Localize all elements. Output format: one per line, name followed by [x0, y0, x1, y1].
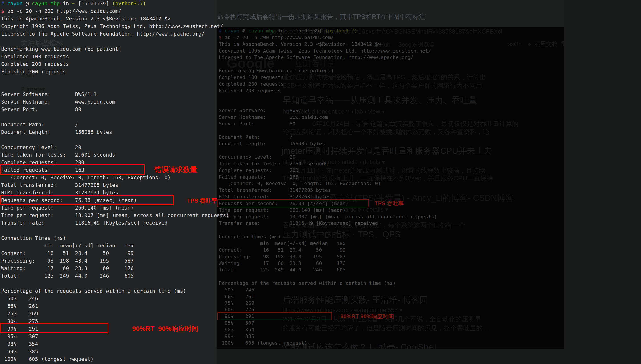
- terminal-line: Percentage of the requests served within…: [219, 280, 437, 286]
- terminal-line: Server Software: BWS/1.1: [219, 107, 437, 114]
- terminal-line: Document Path: /: [1, 121, 229, 128]
- terminal-line: [219, 61, 437, 68]
- terminal-line: Total: 125 249 44.0 246 605: [219, 266, 437, 273]
- terminal-line: 100% 605 (longest request): [1, 355, 229, 363]
- terminal-line: Time per request: 13.007 [ms] (mean, acr…: [219, 214, 437, 220]
- terminal-line: Completed 200 requests: [219, 81, 437, 88]
- terminal-line: # cayun @ cayun-mbp in ~ [15:01:39] (pyt…: [219, 28, 437, 34]
- terminal-line: This is ApacheBench, Version 2.3 <$Revis…: [219, 41, 437, 48]
- terminal-line: $ ab -c 20 -n 200 http://www.baidu.com/: [1, 7, 229, 15]
- terminal-line: 75% 269: [1, 310, 229, 318]
- terminal-line: Total transferred: 31477205 bytes: [1, 181, 229, 189]
- terminal-line: Processing: 98 198 43.4 195 587: [219, 254, 437, 260]
- terminal-line: Benchmarking www.baidu.com (be patient): [1, 45, 229, 53]
- terminal-line: Total: 125 249 44.0 246 605: [1, 272, 229, 280]
- terminal-line: Licensed to The Apache Software Foundati…: [219, 54, 437, 61]
- terminal-line: Time taken for tests: 2.601 seconds: [219, 160, 437, 167]
- terminal-line: Concurrency Level: 20: [1, 144, 229, 151]
- terminal-line: Server Port: 80: [1, 106, 229, 113]
- terminal-line: 99% 385: [1, 348, 229, 355]
- terminal-line: [219, 127, 437, 134]
- terminal-line: Document Length: 156085 bytes: [1, 128, 229, 136]
- terminal-line: [1, 280, 229, 287]
- terminal-line: [1, 136, 229, 144]
- annotation-box: [0, 323, 108, 333]
- terminal-line: Waiting: 17 60 23.3 60 176: [1, 264, 229, 272]
- terminal-line: [219, 273, 437, 280]
- terminal-line: min mean[+/-sd] median max: [219, 240, 437, 247]
- terminal-line: Percentage of the requests served within…: [1, 287, 229, 295]
- desktop-screenshot: 命令执行完成后会得出一份压测结果报告，其中TPS和RT在下图中有标注 googl…: [0, 0, 641, 364]
- terminal-line: Connect: 16 51 20.4 50 99: [1, 250, 229, 257]
- terminal-line: [1, 227, 229, 234]
- terminal-line: This is ApacheBench, Version 2.3 <$Revis…: [1, 15, 229, 22]
- annotation-box: [0, 164, 145, 175]
- terminal-line: Copyright 1996 Adam Twiss, Zeus Technolo…: [219, 48, 437, 54]
- terminal-line: Benchmarking www.baidu.com (be patient): [219, 68, 437, 74]
- ghost-text: 简: [561, 40, 564, 48]
- terminal-line: Completed 200 requests: [1, 60, 229, 68]
- annotation-box: [217, 199, 369, 207]
- terminal-line: Time per request: 13.007 [ms] (mean, acr…: [1, 212, 229, 219]
- terminal-line: [1, 76, 229, 83]
- annotation-label: 错误请求数量: [154, 166, 197, 174]
- ghost-text: ● 石墨文档: [528, 41, 558, 48]
- terminal-line: Failed requests: 163: [219, 174, 437, 180]
- document-caption: 命令执行完成后会得出一份压测结果报告，其中TPS和RT在下图中有标注: [217, 12, 426, 21]
- annotation-box: [0, 195, 174, 205]
- terminal-line: 95% 307: [1, 333, 229, 340]
- terminal-line: $ ab -c 20 -n 200 http://www.baidu.com/: [219, 34, 437, 41]
- annotation-label: 90%RT 90%响应时间: [340, 314, 394, 320]
- annotation-label: 90%RT 90%响应时间: [132, 325, 198, 332]
- terminal-line: Connection Times (ms): [1, 234, 229, 242]
- terminal-line: Copyright 1996 Adam Twiss, Zeus Technolo…: [1, 22, 229, 30]
- embedded-screenshot-panel: google.com/search?newwindow=1&sxsrf=ACYB…: [216, 27, 564, 349]
- terminal-line: 98% 354: [219, 326, 437, 333]
- terminal-line: (Connect: 0, Receive: 0, Length: 163, Ex…: [1, 174, 229, 181]
- terminal-line: Completed 100 requests: [219, 74, 437, 81]
- terminal-line: Time taken for tests: 2.601 seconds: [1, 151, 229, 159]
- annotation-box: [218, 312, 332, 320]
- terminal-line: 50% 246: [219, 286, 437, 293]
- terminal-line: Document Length: 156085 bytes: [219, 140, 437, 147]
- terminal-line: Finished 200 requests: [1, 68, 229, 76]
- terminal-line: 100% 605 (longest request): [219, 340, 437, 346]
- terminal-line: Licensed to The Apache Software Foundati…: [1, 30, 229, 38]
- terminal-line: Server Port: 80: [219, 120, 437, 127]
- terminal-line: Concurrency Level: 20: [219, 154, 437, 160]
- annotation-label: TPS 吞吐率: [374, 200, 404, 207]
- terminal-line: 50% 246: [1, 295, 229, 302]
- terminal-line: min mean[+/-sd] median max: [1, 242, 229, 250]
- terminal-line: Completed 100 requests: [1, 53, 229, 60]
- terminal-line: Connection Times (ms): [219, 234, 437, 240]
- terminal-line: Server Software: BWS/1.1: [1, 90, 229, 98]
- terminal-line: 95% 307: [219, 320, 437, 326]
- terminal-line: Waiting: 17 60 23.3 60 176: [219, 260, 437, 267]
- terminal-line: Complete requests: 200: [219, 167, 437, 174]
- embedded-terminal-output: # cayun @ cayun-mbp in ~ [15:01:39] (pyt…: [219, 28, 437, 346]
- terminal-line: Total transferred: 31477205 bytes: [219, 187, 437, 194]
- terminal-line: Transfer rate: 11816.49 [Kbytes/sec] rec…: [1, 219, 229, 227]
- terminal-line: Server Hostname: www.baidu.com: [1, 98, 229, 106]
- terminal-line: 66% 261: [1, 302, 229, 310]
- terminal-line: Transfer rate: 11816.49 [Kbytes/sec] rec…: [219, 220, 437, 227]
- terminal-line: Time per request: 260.140 [ms] (mean): [219, 207, 437, 214]
- terminal-line: [1, 38, 229, 45]
- terminal-line: [1, 83, 229, 90]
- terminal-line: [219, 100, 437, 107]
- terminal-line: 99% 385: [219, 333, 437, 340]
- terminal-line: [219, 147, 437, 154]
- terminal-line: Connect: 16 51 20.4 50 99: [219, 247, 437, 254]
- terminal-line: (Connect: 0, Receive: 0, Length: 163, Ex…: [219, 180, 437, 187]
- annotation-label: TPS 吞吐率: [187, 198, 217, 204]
- terminal-line: # cayun @ cayun-mbp in ~ [15:01:39] (pyt…: [1, 0, 229, 7]
- terminal-line: 75% 269: [219, 300, 437, 306]
- terminal-output[interactable]: # cayun @ cayun-mbp in ~ [15:01:39] (pyt…: [1, 0, 229, 363]
- terminal-line: Processing: 98 198 43.4 195 587: [1, 257, 229, 264]
- terminal-line: [219, 94, 437, 100]
- terminal-line: [219, 227, 437, 234]
- terminal-line: [1, 113, 229, 121]
- terminal-line: 66% 261: [219, 293, 437, 300]
- terminal-line: Finished 200 requests: [219, 88, 437, 94]
- terminal-line: Document Path: /: [219, 134, 437, 140]
